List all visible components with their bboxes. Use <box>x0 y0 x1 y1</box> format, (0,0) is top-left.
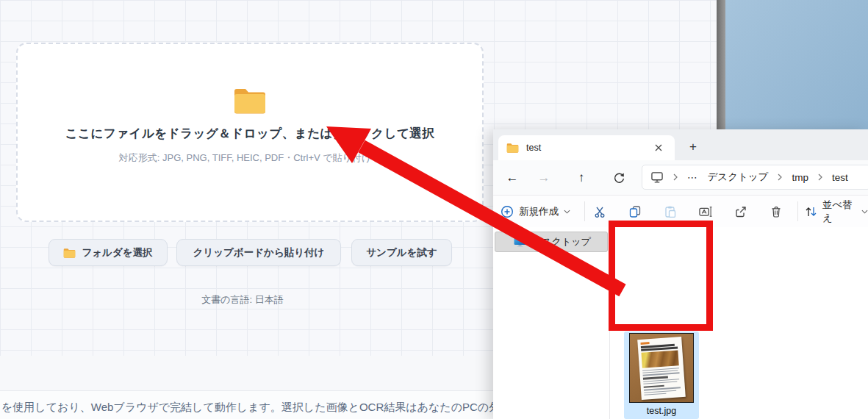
breadcrumb-tmp[interactable]: tmp <box>792 172 808 183</box>
delete-icon[interactable] <box>765 201 787 222</box>
sidebar-desktop-label: デスクトップ <box>532 235 591 248</box>
sidebar-item-desktop[interactable]: デスクトップ <box>495 232 608 252</box>
tab-title: test <box>526 143 541 153</box>
dropzone-formats: 対応形式: JPG, PNG, TIFF, HEIC, PDF・Ctrl+V で… <box>119 151 381 165</box>
privacy-notice: を使用しており、Webブラウザで完結して動作します。選択した画像とOCR結果はあ… <box>1 401 495 415</box>
copy-icon[interactable] <box>624 201 646 222</box>
folder-icon <box>63 248 76 258</box>
sort-label: 並べ替え <box>822 198 856 225</box>
breadcrumb-test[interactable]: test <box>832 172 848 183</box>
dropzone-heading: ここにファイルをドラッグ＆ドロップ、またはクリックして選択 <box>65 126 435 142</box>
thumbnail-document <box>637 337 686 400</box>
new-tab-button[interactable]: + <box>683 137 703 157</box>
paste-clipboard-label: クリップボードから貼り付け <box>193 246 325 259</box>
desktop-icon <box>514 237 526 247</box>
refresh-icon[interactable] <box>609 168 629 188</box>
folder-icon <box>233 87 267 114</box>
toolbar-separator <box>584 201 585 221</box>
new-item-button[interactable]: 新規作成 <box>501 201 570 222</box>
try-sample-label: サンプルを試す <box>366 246 437 259</box>
rename-icon[interactable] <box>695 201 717 222</box>
explorer-tab-test[interactable]: test <box>498 135 675 160</box>
chevron-down-icon <box>861 210 868 214</box>
chevron-down-icon <box>564 210 570 214</box>
breadcrumb-chevron-icon <box>673 173 678 181</box>
background-window-edge <box>717 0 725 129</box>
up-icon[interactable]: ↑ <box>571 168 592 188</box>
file-name-label: test.jpg <box>624 406 699 416</box>
paste-clipboard-button[interactable]: クリップボードから貼り付け <box>176 239 341 266</box>
breadcrumb-chevron-icon <box>818 173 822 181</box>
cut-icon[interactable] <box>589 201 611 222</box>
this-pc-icon <box>650 171 664 183</box>
address-bar[interactable]: ⋯ デスクトップ tmp test <box>642 165 868 190</box>
breadcrumb-desktop[interactable]: デスクトップ <box>708 171 769 184</box>
sort-arrows-icon <box>805 206 817 218</box>
thumbnail-photo <box>641 350 678 368</box>
new-item-label: 新規作成 <box>519 205 559 218</box>
share-icon[interactable] <box>730 201 752 222</box>
select-folder-button[interactable]: フォルダを選択 <box>49 239 168 266</box>
background-preview-window[interactable] <box>725 0 868 129</box>
file-thumbnail <box>629 333 694 403</box>
try-sample-button[interactable]: サンプルを試す <box>351 239 452 266</box>
breadcrumb-chevron-icon <box>778 173 782 181</box>
paste-icon <box>659 201 681 222</box>
toolbar-separator <box>797 201 798 221</box>
explorer-navrow: ← → ↑ ⋯ デスクトップ tmp <box>493 160 868 195</box>
back-icon[interactable]: ← <box>502 168 523 188</box>
forward-icon: → <box>534 168 554 188</box>
select-folder-label: フォルダを選択 <box>82 246 152 259</box>
breadcrumb-overflow[interactable]: ⋯ <box>687 171 698 183</box>
plus-circle-icon <box>501 205 514 218</box>
folder-icon <box>506 143 519 153</box>
file-item-test-jpg[interactable]: test.jpg <box>624 332 699 419</box>
file-dropzone[interactable]: ここにファイルをドラッグ＆ドロップ、またはクリックして選択 対応形式: JPG,… <box>16 43 484 222</box>
close-tab-icon[interactable] <box>650 140 667 156</box>
annotation-rectangle <box>609 221 713 331</box>
document-language-label: 文書の言語: 日本語 <box>0 293 485 307</box>
explorer-tabstrip: test + <box>493 129 868 160</box>
sort-button[interactable]: 並べ替え <box>805 201 868 222</box>
